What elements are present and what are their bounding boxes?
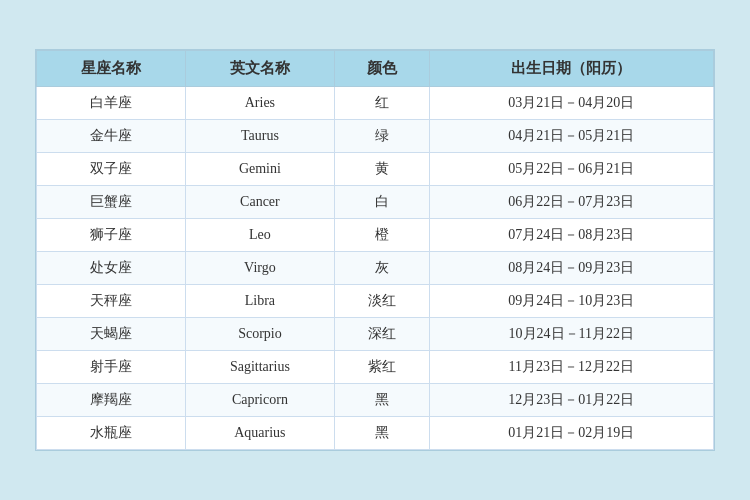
cell-zh: 处女座: [37, 252, 186, 285]
cell-color: 紫红: [334, 351, 429, 384]
cell-zh: 金牛座: [37, 120, 186, 153]
cell-date: 06月22日－07月23日: [429, 186, 713, 219]
cell-en: Capricorn: [185, 384, 334, 417]
cell-date: 10月24日－11月22日: [429, 318, 713, 351]
table-row: 摩羯座Capricorn黑12月23日－01月22日: [37, 384, 714, 417]
cell-color: 黑: [334, 384, 429, 417]
cell-en: Aries: [185, 87, 334, 120]
cell-date: 08月24日－09月23日: [429, 252, 713, 285]
cell-date: 12月23日－01月22日: [429, 384, 713, 417]
cell-date: 04月21日－05月21日: [429, 120, 713, 153]
cell-color: 深红: [334, 318, 429, 351]
cell-en: Leo: [185, 219, 334, 252]
table-row: 天蝎座Scorpio深红10月24日－11月22日: [37, 318, 714, 351]
table-header-row: 星座名称 英文名称 颜色 出生日期（阳历）: [37, 51, 714, 87]
cell-zh: 摩羯座: [37, 384, 186, 417]
cell-color: 黑: [334, 417, 429, 450]
cell-color: 灰: [334, 252, 429, 285]
cell-color: 红: [334, 87, 429, 120]
cell-zh: 天秤座: [37, 285, 186, 318]
cell-en: Gemini: [185, 153, 334, 186]
cell-date: 07月24日－08月23日: [429, 219, 713, 252]
cell-en: Sagittarius: [185, 351, 334, 384]
cell-zh: 水瓶座: [37, 417, 186, 450]
table-row: 双子座Gemini黄05月22日－06月21日: [37, 153, 714, 186]
cell-zh: 巨蟹座: [37, 186, 186, 219]
table-body: 白羊座Aries红03月21日－04月20日金牛座Taurus绿04月21日－0…: [37, 87, 714, 450]
cell-zh: 狮子座: [37, 219, 186, 252]
header-color: 颜色: [334, 51, 429, 87]
table-row: 巨蟹座Cancer白06月22日－07月23日: [37, 186, 714, 219]
cell-color: 绿: [334, 120, 429, 153]
cell-date: 09月24日－10月23日: [429, 285, 713, 318]
table-row: 水瓶座Aquarius黑01月21日－02月19日: [37, 417, 714, 450]
cell-color: 橙: [334, 219, 429, 252]
cell-zh: 白羊座: [37, 87, 186, 120]
zodiac-table-container: 星座名称 英文名称 颜色 出生日期（阳历） 白羊座Aries红03月21日－04…: [35, 49, 715, 451]
cell-zh: 射手座: [37, 351, 186, 384]
table-row: 白羊座Aries红03月21日－04月20日: [37, 87, 714, 120]
cell-en: Scorpio: [185, 318, 334, 351]
cell-en: Virgo: [185, 252, 334, 285]
cell-date: 03月21日－04月20日: [429, 87, 713, 120]
cell-en: Aquarius: [185, 417, 334, 450]
cell-en: Cancer: [185, 186, 334, 219]
table-row: 狮子座Leo橙07月24日－08月23日: [37, 219, 714, 252]
header-date: 出生日期（阳历）: [429, 51, 713, 87]
table-row: 金牛座Taurus绿04月21日－05月21日: [37, 120, 714, 153]
cell-date: 01月21日－02月19日: [429, 417, 713, 450]
table-row: 天秤座Libra淡红09月24日－10月23日: [37, 285, 714, 318]
cell-en: Libra: [185, 285, 334, 318]
table-row: 射手座Sagittarius紫红11月23日－12月22日: [37, 351, 714, 384]
zodiac-table: 星座名称 英文名称 颜色 出生日期（阳历） 白羊座Aries红03月21日－04…: [36, 50, 714, 450]
header-zh: 星座名称: [37, 51, 186, 87]
table-row: 处女座Virgo灰08月24日－09月23日: [37, 252, 714, 285]
cell-color: 白: [334, 186, 429, 219]
cell-zh: 天蝎座: [37, 318, 186, 351]
cell-date: 05月22日－06月21日: [429, 153, 713, 186]
cell-en: Taurus: [185, 120, 334, 153]
cell-color: 黄: [334, 153, 429, 186]
cell-date: 11月23日－12月22日: [429, 351, 713, 384]
header-en: 英文名称: [185, 51, 334, 87]
cell-zh: 双子座: [37, 153, 186, 186]
cell-color: 淡红: [334, 285, 429, 318]
